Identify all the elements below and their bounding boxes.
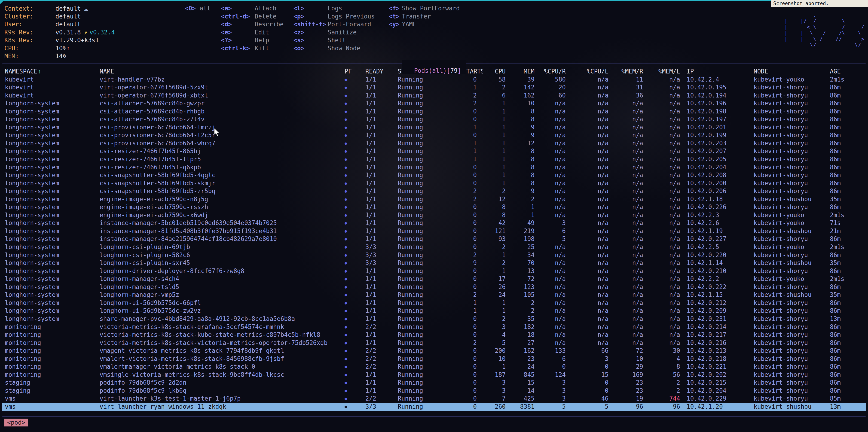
column-header[interactable]: NODE [754, 67, 830, 75]
column-header[interactable]: AGE [830, 67, 860, 75]
column-header[interactable]: MEM [512, 67, 541, 75]
cell-restarts: 0 [456, 267, 483, 275]
cell-name: instance-manager-84ae215964744cf18cb4826… [100, 235, 345, 243]
table-row[interactable]: longhorn-system share-manager-pvc-4bbd84… [2, 315, 866, 323]
table-row[interactable]: longhorn-system csi-resizer-7466f7b45f-q… [2, 163, 866, 171]
table-row[interactable]: longhorn-system csi-snapshotter-58bf69fb… [2, 171, 866, 179]
table-row[interactable]: longhorn-system csi-snapshotter-58bf69fb… [2, 179, 866, 187]
table-row[interactable]: longhorn-system instance-manager-5bc01ee… [2, 219, 866, 227]
table-row[interactable]: longhorn-system engine-image-ei-acb7590c… [2, 195, 866, 203]
cell-cpu: 93 [483, 235, 512, 243]
column-header[interactable]: %CPU/R [541, 67, 572, 75]
column-header[interactable]: IP [687, 67, 754, 75]
cell-cpu: 1 [483, 107, 512, 115]
table-row[interactable]: kubevirt virt-handler-v77bz ● 1/1 Runnin… [2, 75, 866, 84]
table-row[interactable]: longhorn-system csi-provisioner-6c78dcb6… [2, 139, 866, 147]
cell-mem-l: 30 [650, 347, 687, 355]
cell-cpu-r: 3 [541, 219, 572, 227]
cell-mem: 845 [512, 371, 541, 379]
table-row[interactable]: monitoring vmsingle-victoria-metrics-k8s… [2, 371, 866, 379]
column-header-label: IP [687, 68, 694, 75]
cell-mem-r: n/a [615, 99, 650, 107]
table-row[interactable]: longhorn-system longhorn-manager-tsld5 ●… [2, 283, 866, 291]
table-row[interactable]: vms virt-launcher-k3s-test-1-master-1-j6… [2, 395, 866, 403]
table-row[interactable]: longhorn-system csi-attacher-57689cc84b-… [2, 107, 866, 115]
cell-mem: 105 [512, 291, 541, 299]
cell-namespace: vms [5, 403, 100, 411]
table-row[interactable]: monitoring victoria-metrics-k8s-stack-gr… [2, 323, 866, 331]
table-row[interactable]: longhorn-system csi-attacher-57689cc84b-… [2, 99, 866, 107]
cell-ip: 10.42.2.2 [687, 275, 754, 283]
column-header[interactable]: %MEM/L [650, 67, 687, 75]
cell-mem-l: n/a [650, 235, 687, 243]
table-row[interactable]: vms virt-launcher-ryan-windows-11-zkdqk … [2, 403, 866, 411]
table-row[interactable]: monitoring victoria-metrics-k8s-stack-vi… [2, 339, 866, 347]
cell-ready: 1/1 [365, 155, 398, 163]
table-row[interactable]: kubevirt virt-operator-6776f5689d-5zx9t … [2, 84, 866, 92]
cell-restarts: 0 [456, 235, 483, 243]
cell-mem-l: n/a [650, 203, 687, 211]
cell-ready: 1/1 [365, 227, 398, 235]
cell-cpu: 8 [483, 211, 512, 219]
table-row[interactable]: longhorn-system longhorn-csi-plugin-582c… [2, 251, 866, 259]
table-row[interactable]: longhorn-system longhorn-manager-vmp5z ●… [2, 291, 866, 299]
column-header[interactable]: PF [345, 67, 365, 75]
column-header[interactable]: %CPU/L [572, 67, 615, 75]
breadcrumb-pod[interactable]: <pod> [4, 419, 28, 427]
table-row[interactable]: longhorn-system longhorn-driver-deployer… [2, 267, 866, 275]
table-row[interactable]: longhorn-system csi-snapshotter-58bf69fb… [2, 187, 866, 195]
table-row[interactable]: staging podinfo-79db68f5c9-lkb6q ● 1/1 R… [2, 387, 866, 395]
cell-cpu-r: n/a [541, 307, 572, 315]
cell-age: 86m [830, 115, 860, 123]
cell-ip: 10.42.0.204 [687, 163, 754, 171]
table-row[interactable]: monitoring vmagent-victoria-metrics-k8s-… [2, 347, 866, 355]
cell-mem-l: n/a [650, 139, 687, 147]
table-row[interactable]: longhorn-system csi-resizer-7466f7b45f-l… [2, 155, 866, 163]
cell-status: Running [398, 379, 456, 387]
table-row[interactable]: longhorn-system csi-provisioner-6c78dcb6… [2, 123, 866, 131]
cell-ready: 2/2 [365, 363, 398, 371]
cell-cpu: 6 [483, 92, 512, 100]
table-row[interactable]: kubevirt virt-operator-6776f5689d-xbtxl … [2, 92, 866, 100]
table-row[interactable]: longhorn-system longhorn-manager-s4ch4 ●… [2, 275, 866, 283]
column-header[interactable]: READY [365, 67, 398, 75]
table-row[interactable]: monitoring victoria-metrics-k8s-stack-ku… [2, 331, 866, 339]
cell-ready: 1/1 [365, 131, 398, 139]
cell-node: kubevirt-youko [754, 219, 830, 227]
column-header[interactable]: CPU [483, 67, 512, 75]
table-row[interactable]: longhorn-system instance-manager-84ae215… [2, 235, 866, 243]
table-row[interactable]: monitoring vmalert-victoria-metrics-k8s-… [2, 355, 866, 363]
table-row[interactable]: longhorn-system csi-attacher-57689cc84b-… [2, 115, 866, 123]
port-forward-dot-icon: ● [345, 347, 365, 355]
table-row[interactable]: longhorn-system longhorn-csi-plugin-69tj… [2, 243, 866, 251]
table-row[interactable]: longhorn-system engine-image-ei-acb7590c… [2, 211, 866, 219]
table-row[interactable]: staging podinfo-79db68f5c9-2d2dn ● 1/1 R… [2, 379, 866, 387]
hotkey-item: <s>Shell [293, 36, 375, 44]
cell-namespace: longhorn-system [5, 307, 100, 315]
table-row[interactable]: longhorn-system longhorn-ui-56d9b575dc-z… [2, 307, 866, 315]
cell-status: Running [398, 187, 456, 195]
table-row[interactable]: longhorn-system csi-resizer-7466f7b45f-8… [2, 147, 866, 155]
cell-ip: 10.42.0.194 [687, 92, 754, 100]
cell-cpu-l: n/a [572, 147, 615, 155]
cell-name: longhorn-csi-plugin-69tjb [100, 243, 345, 251]
column-header[interactable]: NAME [100, 67, 345, 75]
table-row[interactable]: longhorn-system engine-image-ei-acb7590c… [2, 203, 866, 211]
cell-cpu-r: n/a [541, 315, 572, 323]
column-header[interactable]: %MEM/R [615, 67, 650, 75]
hotkey-key: <d> [221, 20, 255, 28]
cell-ip: 10.42.0.198 [687, 107, 754, 115]
port-forward-dot-icon: ● [345, 235, 365, 243]
column-header-label: %MEM/R [621, 68, 643, 75]
cell-mem-l: n/a [650, 339, 687, 347]
table-row[interactable]: longhorn-system instance-manager-81fd5a4… [2, 227, 866, 235]
table-row[interactable]: monitoring vmalertmanager-victoria-metri… [2, 363, 866, 371]
cell-ready: 1/1 [365, 379, 398, 387]
cell-namespace: longhorn-system [5, 99, 100, 107]
table-row[interactable]: longhorn-system csi-provisioner-6c78dcb6… [2, 131, 866, 139]
cell-status: Running [398, 243, 456, 251]
column-header[interactable]: NAMESPACE↑ [5, 67, 100, 75]
cell-name: longhorn-driver-deployer-8fccf67f6-zw8g8 [100, 267, 345, 275]
table-row[interactable]: longhorn-system longhorn-ui-56d9b575dc-6… [2, 299, 866, 307]
table-row[interactable]: longhorn-system longhorn-csi-plugin-sxr4… [2, 259, 866, 267]
